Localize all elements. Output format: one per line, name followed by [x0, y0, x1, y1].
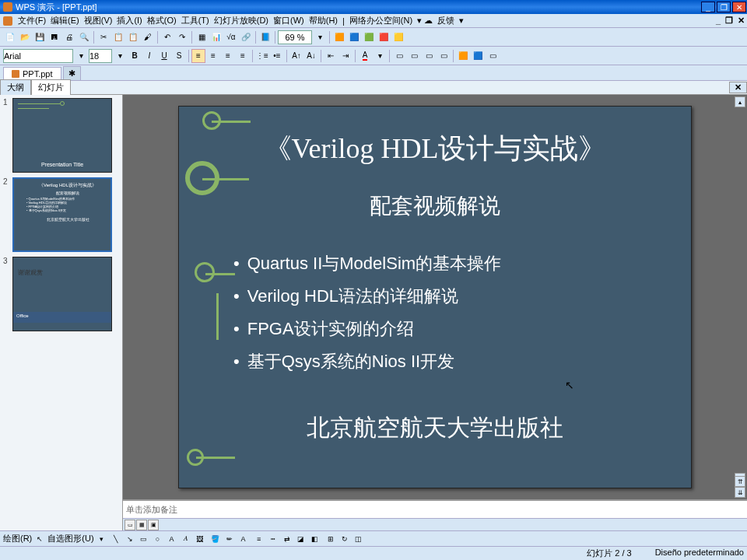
align-center-button[interactable]: ≡ [206, 49, 220, 63]
slideshow-view-button[interactable]: ▣ [148, 520, 159, 530]
print-button[interactable]: 🖨 [62, 30, 76, 44]
font-color-button-2[interactable]: A [237, 533, 250, 545]
shadow-style-button[interactable]: ◪ [295, 533, 307, 545]
font-size-dropdown[interactable]: ▾ [113, 49, 127, 63]
tb-btn-a[interactable]: 🟧 [332, 30, 346, 44]
notes-pane[interactable]: 单击添加备注 [123, 499, 747, 518]
menu-file[interactable]: 文件(F) [16, 15, 48, 26]
saveas-button[interactable]: 🖪 [47, 30, 61, 44]
line-style-button[interactable]: ≡ [253, 533, 265, 545]
new-tab-button[interactable]: ✱ [63, 66, 81, 80]
tb-btn-c[interactable]: 🟩 [362, 30, 376, 44]
align-button[interactable]: ⊞ [324, 533, 337, 545]
oval-button[interactable]: ○ [152, 533, 164, 545]
doc-close[interactable]: ✕ [735, 16, 747, 26]
app-menu-icon[interactable] [3, 16, 12, 26]
normal-view-button[interactable]: ▭ [124, 520, 135, 530]
underline-button[interactable]: U [157, 49, 171, 63]
picture-button[interactable]: 🖼 [194, 533, 206, 545]
autoshape-menu[interactable]: 自选图形(U) [47, 533, 93, 544]
decrease-font-button[interactable]: A↓ [304, 49, 318, 63]
tb-btn-d[interactable]: 🟥 [377, 30, 391, 44]
preview-button[interactable]: 🔍 [77, 30, 91, 44]
italic-button[interactable]: I [142, 49, 156, 63]
bullets-button[interactable]: •≡ [270, 49, 284, 63]
slides-panel[interactable]: 1 Presentation Title 2 《Verilog HDL设计与实战… [0, 95, 123, 530]
align-right-button[interactable]: ≡ [221, 49, 235, 63]
menu-window[interactable]: 窗口(W) [271, 15, 307, 26]
font-color-button[interactable]: A [358, 49, 372, 63]
paste-button[interactable]: 📋 [126, 30, 140, 44]
tab-slides[interactable]: 幻灯片 [31, 79, 71, 96]
autoshape-dropdown[interactable]: ▾ [96, 533, 108, 545]
tb2-f[interactable]: ▭ [486, 49, 500, 63]
undo-button[interactable]: ↶ [160, 30, 174, 44]
align-left-button[interactable]: ≡ [191, 49, 205, 63]
close-button[interactable]: ✕ [732, 2, 746, 12]
menu-view[interactable]: 视图(V) [82, 15, 115, 26]
3d-style-button[interactable]: ◧ [309, 533, 321, 545]
increase-font-button[interactable]: A↑ [289, 49, 303, 63]
menu-feedback[interactable]: 反馈 [435, 15, 457, 26]
save-button[interactable]: 💾 [33, 30, 47, 44]
arrow-button[interactable]: ↘ [124, 533, 136, 545]
document-tab[interactable]: PPT.ppt [3, 67, 61, 80]
dash-style-button[interactable]: ┅ [267, 533, 279, 545]
tb2-b[interactable]: ▭ [422, 49, 436, 63]
increase-indent-button[interactable]: ⇥ [338, 49, 352, 63]
font-color-dropdown[interactable]: ▾ [373, 49, 387, 63]
current-slide[interactable]: 《Verilog HDL设计与实战》 配套视频解说 Quartus II与Mod… [178, 106, 692, 488]
menu-edit[interactable]: 编辑(E) [48, 15, 82, 26]
next-slide-button[interactable]: ⇊ [735, 487, 745, 498]
numbering-button[interactable]: ⋮≡ [255, 49, 269, 63]
fill-color-button[interactable]: 🪣 [209, 533, 222, 545]
maximize-button[interactable]: ❐ [717, 2, 731, 12]
draw-menu[interactable]: 绘图(R) [3, 533, 32, 544]
distributed-button[interactable]: ≡ [236, 49, 250, 63]
format-painter-button[interactable]: 🖌 [141, 30, 155, 44]
line-color-button[interactable]: ✏ [223, 533, 236, 545]
decrease-indent-button[interactable]: ⇤ [324, 49, 338, 63]
zoom-dropdown[interactable]: ▾ [313, 30, 327, 44]
copy-button[interactable]: 📋 [111, 30, 125, 44]
doc-minimize[interactable]: _ [714, 16, 723, 26]
equation-button[interactable]: √α [224, 30, 238, 44]
rotate-button[interactable]: ↻ [338, 533, 351, 545]
chart-button[interactable]: 📊 [209, 30, 223, 44]
tb2-c[interactable]: ▭ [437, 49, 451, 63]
wordart-button[interactable]: 𝐴 [180, 533, 192, 545]
bold-button[interactable]: B [128, 49, 142, 63]
prev-slide-button[interactable]: ⇈ [735, 476, 745, 487]
textbox-button[interactable]: A [166, 533, 178, 545]
line-button[interactable]: ╲ [110, 533, 122, 545]
new-slide-button[interactable]: ▭ [392, 49, 406, 63]
slide-thumb-3[interactable]: 3 谢谢观赏 Office [3, 257, 119, 331]
research-button[interactable]: 📘 [258, 30, 272, 44]
menu-slideshow[interactable]: 幻灯片放映(D) [212, 15, 271, 26]
rectangle-button[interactable]: ▭ [138, 533, 150, 545]
cut-button[interactable]: ✂ [96, 30, 110, 44]
tb-btn-e[interactable]: 🟨 [391, 30, 405, 44]
slide-thumb-2[interactable]: 2 《Verilog HDL设计与实战》 配套视频解说 • Quartus II… [3, 177, 119, 252]
hyperlink-button[interactable]: 🔗 [239, 30, 253, 44]
arrow-style-button[interactable]: ⇄ [281, 533, 293, 545]
menu-help[interactable]: 帮助(H) [307, 15, 340, 26]
minimize-button[interactable]: _ [701, 2, 715, 12]
close-pane-button[interactable]: ✕ [729, 82, 747, 93]
slide-area[interactable]: ▴ 《Verilog HDL设计与实战》 配套视频解说 Quartus II与M… [123, 95, 747, 499]
tb2-a[interactable]: ▭ [407, 49, 421, 63]
tb2-d[interactable]: 🟧 [456, 49, 470, 63]
scroll-up-button[interactable]: ▴ [735, 96, 745, 107]
slide-thumb-1[interactable]: 1 Presentation Title [3, 98, 119, 173]
sorter-view-button[interactable]: ▦ [136, 520, 147, 530]
zoom-input[interactable] [278, 30, 312, 44]
menu-insert[interactable]: 插入(I) [114, 15, 144, 26]
font-family-input[interactable] [3, 49, 73, 63]
tab-outline[interactable]: 大纲 [0, 79, 31, 96]
select-button[interactable]: ↖ [33, 533, 46, 545]
menu-format[interactable]: 格式(O) [145, 15, 179, 26]
redo-button[interactable]: ↷ [175, 30, 189, 44]
new-button[interactable]: 📄 [3, 30, 17, 44]
doc-restore[interactable]: ❐ [723, 16, 735, 26]
menu-tools[interactable]: 工具(T) [179, 15, 212, 26]
